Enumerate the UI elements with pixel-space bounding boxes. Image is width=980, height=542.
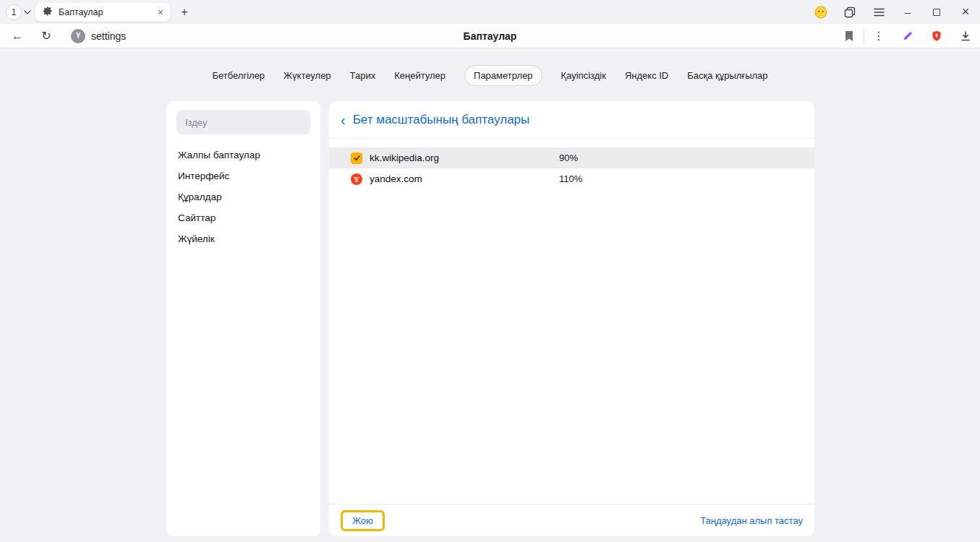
tab-close-icon[interactable]: × — [158, 7, 163, 17]
sidebar-item-sites[interactable]: Сайттар — [166, 207, 320, 228]
address-bar[interactable]: Y settings — [71, 29, 126, 43]
site-row[interactable]: kk.wikipedia.org 90% — [329, 147, 814, 168]
tab-bookmarks[interactable]: Бетбелгілер — [212, 66, 265, 85]
back-icon[interactable]: ← — [3, 24, 32, 48]
settings-sidebar: Жалпы баптаулар Интерфейс Құралдар Сайтт… — [166, 101, 320, 536]
protect-shield-icon[interactable] — [922, 24, 951, 48]
tab-overview-icon[interactable] — [835, 0, 864, 24]
back-chevron-icon[interactable]: ‹ — [341, 113, 346, 127]
tab-title: Баптаулар — [59, 7, 152, 17]
tab-extensions[interactable]: Кеңейтулер — [394, 66, 446, 85]
toolbar-menu-dots-icon[interactable]: ⋮ — [864, 24, 893, 48]
toolbar-right-icons: ⋮ — [835, 24, 980, 48]
tab-list-chevron-icon[interactable] — [24, 10, 31, 14]
site-row[interactable]: Y yandex.com 110% — [329, 168, 814, 189]
reload-icon[interactable]: ↻ — [32, 24, 61, 48]
checkbox-checked-icon[interactable] — [351, 152, 362, 164]
site-zoom-list: kk.wikipedia.org 90% Y yandex.com 110% — [329, 139, 814, 504]
yandex-favicon-icon: Y — [351, 173, 362, 185]
tab-security[interactable]: Қауіпсіздік — [561, 66, 606, 85]
tab-yandex-id[interactable]: Яндекс ID — [625, 66, 668, 85]
bookmark-icon[interactable] — [835, 24, 864, 48]
delete-button[interactable]: Жою — [341, 510, 385, 531]
browser-toolbar: ← ↻ Y settings Баптаулар ⋮ — [0, 24, 980, 48]
site-zoom-value: 110% — [559, 173, 582, 184]
downloads-icon[interactable] — [951, 24, 980, 48]
panel-header: ‹ Бет масштабының баптаулары — [329, 101, 814, 139]
pen-icon[interactable] — [893, 24, 922, 48]
sidebar-search-box[interactable] — [176, 110, 310, 134]
zoom-settings-panel: ‹ Бет масштабының баптаулары kk.wikipedi… — [329, 101, 814, 536]
tab-counter-badge[interactable]: 1 — [6, 4, 22, 20]
browser-menu-icon[interactable] — [864, 0, 893, 24]
window-close-button[interactable]: × — [951, 0, 980, 24]
tab-downloads[interactable]: Жүктеулер — [284, 66, 331, 85]
panel-title: Бет масштабының баптаулары — [353, 113, 530, 127]
new-tab-button[interactable]: + — [176, 4, 193, 21]
url-text: settings — [91, 30, 126, 42]
tab-strip-right-controls: – × — [806, 0, 980, 24]
window-minimize-button[interactable]: – — [893, 0, 922, 24]
tab-other-devices[interactable]: Басқа құрылғылар — [687, 66, 767, 85]
tab-settings[interactable]: Параметрлер — [464, 65, 542, 86]
gear-icon — [42, 7, 53, 17]
site-name: kk.wikipedia.org — [370, 152, 559, 163]
site-favicon-icon: Y — [71, 29, 85, 43]
window-maximize-button[interactable] — [922, 0, 951, 24]
sidebar-item-interface[interactable]: Интерфейс — [166, 165, 320, 186]
browser-tab-settings[interactable]: Баптаулар × — [35, 3, 170, 22]
sidebar-item-system[interactable]: Жүйелік — [166, 228, 320, 249]
site-zoom-value: 90% — [559, 152, 578, 163]
deselect-link[interactable]: Таңдаудан алып тастау — [700, 515, 803, 526]
toolbar-page-title: Баптаулар — [0, 30, 980, 42]
settings-nav-tabs: Бетбелгілер Жүктеулер Тарих Кеңейтулер П… — [0, 64, 980, 87]
site-name: yandex.com — [370, 173, 559, 184]
yellow-badge-icon[interactable] — [806, 0, 835, 24]
browser-tab-strip: 1 Баптаулар × + – × — [0, 0, 980, 24]
sidebar-item-tools[interactable]: Құралдар — [166, 186, 320, 207]
search-input[interactable] — [185, 117, 302, 128]
panel-footer: Жою Таңдаудан алып тастау — [329, 504, 814, 536]
sidebar-item-general[interactable]: Жалпы баптаулар — [166, 145, 320, 165]
sidebar-section-list: Жалпы баптаулар Интерфейс Құралдар Сайтт… — [166, 145, 320, 249]
tab-history[interactable]: Тарих — [350, 66, 376, 85]
